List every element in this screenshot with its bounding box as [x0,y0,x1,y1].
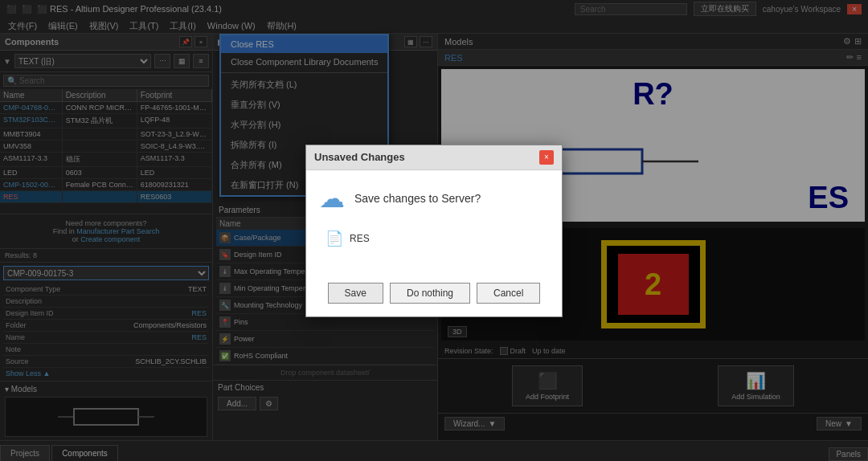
cloud-icon: ☁ [319,183,345,214]
do-nothing-button[interactable]: Do nothing [390,283,470,304]
unsaved-changes-dialog: Unsaved Changes × ☁ Save changes to Serv… [305,145,563,317]
dialog-close-button[interactable]: × [539,150,554,165]
dialog-item-row: 📄 RES [319,226,549,251]
dialog-body: ☁ Save changes to Server? 📄 RES [306,170,562,276]
dialog-title: Unsaved Changes [314,151,405,163]
res-file-icon: 📄 [326,230,343,247]
cancel-button[interactable]: Cancel [477,283,540,304]
dialog-buttons: Save Do nothing Cancel [306,276,562,316]
res-item-name: RES [350,233,370,244]
save-button[interactable]: Save [328,283,383,304]
dialog-overlay: Unsaved Changes × ☁ Save changes to Serv… [0,0,868,461]
dialog-message-row: ☁ Save changes to Server? [319,183,549,214]
dialog-message: Save changes to Server? [354,192,481,205]
dialog-header: Unsaved Changes × [306,145,562,170]
